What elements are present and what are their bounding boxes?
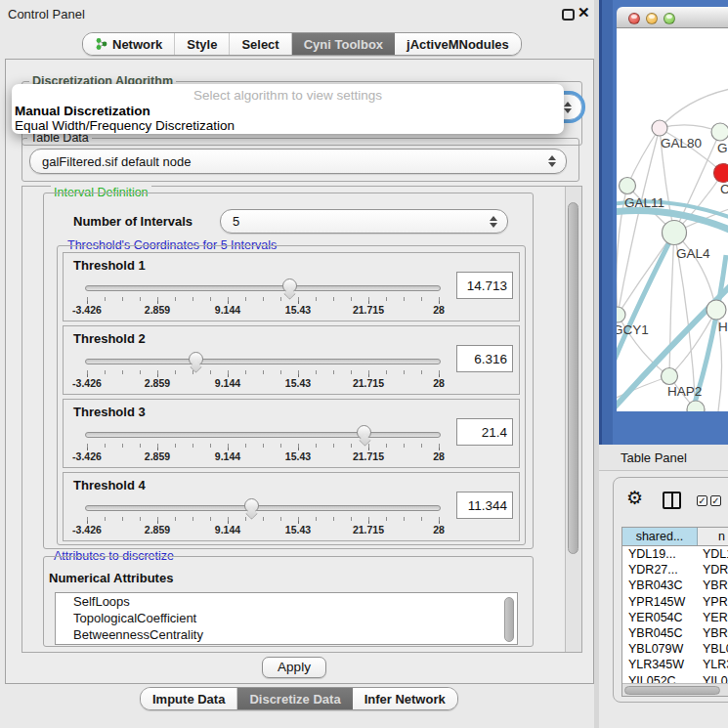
- close-icon[interactable]: ✕: [578, 4, 590, 21]
- checkbox-icon[interactable]: ✓: [697, 495, 707, 506]
- slider-track[interactable]: [85, 285, 441, 291]
- table-row[interactable]: YLR345WYLR3: [622, 657, 728, 672]
- table-row[interactable]: YDR27...YDR2: [622, 562, 728, 578]
- slider-tick-label: 2.859: [128, 450, 187, 462]
- tab-label: Network: [112, 37, 162, 52]
- slider-tick-label: 21.715: [339, 450, 398, 462]
- node-attribute-table[interactable]: shared... n YDL19...YDL1YDR27...YDR2YBR0…: [621, 527, 728, 697]
- slider-tick-label: 15.43: [269, 377, 327, 389]
- tab-jactivemnodules[interactable]: jActiveMNodules: [395, 33, 521, 55]
- tab-cyni-toolbox[interactable]: Cyni Toolbox: [292, 33, 395, 55]
- network-window-titlebar[interactable]: [617, 7, 728, 28]
- cell-name: YBR0: [698, 578, 728, 593]
- checkbox-icon[interactable]: ✓: [710, 495, 721, 506]
- slider-thumb[interactable]: [282, 278, 297, 293]
- tab-discretize-data[interactable]: Discretize Data: [237, 688, 352, 709]
- column-header-name[interactable]: n: [698, 528, 728, 545]
- network-icon: [95, 37, 107, 51]
- slider-tick-label: 9.144: [198, 524, 257, 535]
- table-panel-container: ⚙ ✓ ✓ shared... n YDL19...YDL1YDR27...YD…: [613, 477, 728, 703]
- minimize-traffic-light-icon[interactable]: [646, 13, 658, 24]
- dropdown-item-equal-width[interactable]: Equal Width/Frequency Discretization: [15, 118, 235, 133]
- slider-tick-label: -3.426: [58, 450, 116, 462]
- table-header-row: shared... n: [622, 528, 728, 546]
- tab-style[interactable]: Style: [175, 33, 230, 55]
- slider-tick-label: 21.715: [339, 304, 398, 316]
- settings-vertical-scrollbar[interactable]: [565, 187, 581, 652]
- threshold-panel-4: Threshold 4-3.4262.8599.14415.4321.71528…: [63, 472, 520, 541]
- stepper-icon: [548, 155, 556, 167]
- table-data-combo[interactable]: galFiltered.sif default node: [29, 149, 567, 174]
- network-canvas[interactable]: GAL80 G C GAL11 GAL4 GCY1 H HAP2: [617, 28, 728, 411]
- slider-thumb[interactable]: [189, 352, 203, 366]
- cell-name: YDL1: [698, 546, 728, 562]
- cell-shared-name: YER054C: [622, 610, 698, 625]
- dropdown-item-manual[interactable]: Manual Discretization: [15, 104, 150, 118]
- table-row[interactable]: YBR043CYBR0: [622, 578, 728, 593]
- slider-tick-label: 2.859: [128, 304, 187, 316]
- slider-tick-label: -3.426: [58, 304, 116, 316]
- apply-button[interactable]: Apply: [262, 657, 326, 678]
- svg-text:GAL11: GAL11: [624, 195, 664, 210]
- float-icon[interactable]: [562, 9, 575, 21]
- threshold-value-field[interactable]: 14.713: [456, 272, 513, 299]
- panel-title: Control Panel: [8, 7, 85, 21]
- numerical-attributes-list[interactable]: SelfLoopsTopologicalCoefficientBetweenne…: [55, 592, 518, 645]
- list-scrollbar-thumb[interactable]: [504, 597, 514, 642]
- tab-infer-network[interactable]: Infer Network: [353, 688, 457, 709]
- slider-tick-label: 28: [409, 450, 468, 462]
- numerical-attributes-label: Numerical Attributes: [49, 571, 173, 585]
- cell-shared-name: YBR043C: [622, 578, 698, 593]
- tab-impute-data[interactable]: Impute Data: [141, 688, 237, 709]
- table-row[interactable]: YPR145WYPR1: [622, 594, 728, 610]
- attribute-list-item[interactable]: SelfLoops: [56, 593, 517, 610]
- table-row[interactable]: YBL079WYBL0: [622, 641, 728, 657]
- slider-tick-label: 15.43: [269, 450, 327, 462]
- slider-tick-label: 21.715: [339, 377, 398, 389]
- slider-tick-label: -3.426: [58, 377, 116, 389]
- slider-tick-label: 28: [409, 377, 468, 389]
- threshold-value-field[interactable]: 6.316: [456, 345, 513, 372]
- table-data-combo-value: galFiltered.sif default node: [42, 154, 191, 169]
- cell-name: YDR2: [698, 562, 728, 578]
- slider-tick-label: 2.859: [128, 377, 187, 389]
- table-row[interactable]: YBR045CYBR0: [622, 625, 728, 641]
- dropdown-hint: Select algorithm to view settings: [12, 88, 564, 103]
- tab-network[interactable]: Network: [83, 33, 175, 55]
- attribute-list-item[interactable]: TopologicalCoefficient: [56, 610, 517, 626]
- cell-shared-name: YDR27...: [622, 562, 698, 578]
- threshold-value-field[interactable]: 21.4: [456, 418, 513, 446]
- table-horizontal-scrollbar[interactable]: [622, 683, 728, 696]
- attribute-list-item[interactable]: BetweennessCentrality: [56, 626, 517, 643]
- svg-text:GCY1: GCY1: [617, 322, 649, 337]
- threshold-value-field[interactable]: 11.344: [456, 492, 513, 519]
- split-pane-icon[interactable]: [663, 492, 681, 509]
- slider-tick-label: -3.426: [58, 524, 116, 535]
- intervals-combo[interactable]: 5: [220, 209, 508, 234]
- tab-select[interactable]: Select: [230, 33, 291, 55]
- tab-label: Select: [241, 37, 278, 52]
- cell-shared-name: YLR345W: [622, 657, 698, 672]
- slider-track[interactable]: [85, 359, 441, 364]
- scrollbar-thumb[interactable]: [624, 686, 720, 695]
- slider-ticks-minor: [87, 517, 440, 521]
- table-row[interactable]: YER054CYER0: [622, 610, 728, 625]
- network-graph: GAL80 G C GAL11 GAL4 GCY1 H HAP2: [617, 28, 728, 411]
- cell-name: YER0: [698, 610, 728, 625]
- slider-tick-label: 21.715: [339, 524, 398, 535]
- threshold-label: Threshold 2: [73, 331, 146, 346]
- column-header-shared-name[interactable]: shared...: [622, 528, 698, 545]
- threshold-label: Threshold 1: [73, 258, 146, 273]
- threshold-label: Threshold 3: [73, 405, 146, 419]
- cell-shared-name: YBR045C: [622, 625, 698, 641]
- scrollbar-thumb[interactable]: [568, 202, 578, 554]
- top-tab-bar: NetworkStyleSelectCyni ToolboxjActiveMNo…: [82, 32, 522, 56]
- slider-tick-label: 15.43: [269, 304, 327, 316]
- slider-track[interactable]: [85, 505, 441, 511]
- zoom-traffic-light-icon[interactable]: [664, 13, 675, 24]
- gear-icon[interactable]: ⚙: [626, 489, 643, 507]
- table-row[interactable]: YDL19...YDL1: [622, 546, 728, 562]
- slider-tick-label: 9.144: [198, 304, 257, 316]
- close-traffic-light-icon[interactable]: [628, 13, 640, 24]
- slider-track[interactable]: [85, 432, 441, 438]
